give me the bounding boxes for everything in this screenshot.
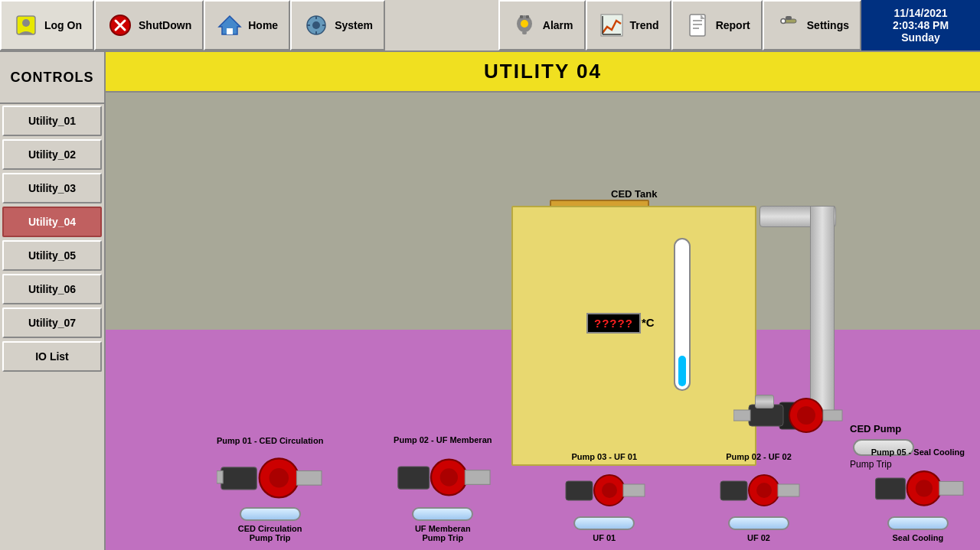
page-title: UTILITY 04 bbox=[106, 52, 980, 93]
day-value: Sunday bbox=[901, 31, 940, 44]
alarm-button[interactable]: Alarm bbox=[498, 0, 586, 50]
svg-point-42 bbox=[602, 483, 617, 498]
trend-button[interactable]: Trend bbox=[586, 0, 671, 50]
shutdown-button[interactable]: ShutDown bbox=[94, 0, 204, 50]
pump-station-01: Pump 01 - CED Circulation CED Circulatio… bbox=[217, 436, 323, 542]
home-button[interactable]: Home bbox=[204, 0, 290, 50]
system-icon bbox=[302, 11, 330, 39]
alarm-icon bbox=[511, 11, 538, 39]
sidebar-item-utility07[interactable]: Utility_07 bbox=[2, 308, 102, 338]
logon-icon bbox=[12, 11, 40, 39]
pump03-title: Pump 03 - UF 01 bbox=[571, 452, 637, 461]
pump03-sublabel: UF 01 bbox=[593, 533, 616, 542]
pump01-trip-indicator[interactable] bbox=[240, 507, 301, 521]
pump02-title: Pump 02 - UF Memberan bbox=[394, 435, 492, 444]
time-value: 2:03:48 PM bbox=[893, 19, 949, 31]
svg-rect-34 bbox=[297, 470, 322, 485]
temperature-display: ????? bbox=[586, 313, 641, 334]
svg-rect-4 bbox=[227, 28, 233, 34]
pump-station-02: Pump 02 - UF Memberan UF Memberan Pump T… bbox=[394, 435, 492, 542]
date-value: 11/14/2021 bbox=[893, 7, 947, 19]
pump05-svg bbox=[871, 463, 965, 512]
svg-rect-43 bbox=[623, 484, 645, 496]
svg-point-38 bbox=[440, 469, 458, 487]
svg-rect-44 bbox=[720, 481, 747, 500]
pump04-svg bbox=[717, 467, 801, 512]
svg-rect-51 bbox=[939, 481, 963, 495]
ced-pump-label: CED Pump bbox=[850, 423, 901, 434]
settings-label: Settings bbox=[807, 19, 849, 31]
alarm-label: Alarm bbox=[543, 19, 573, 31]
bottom-pumps-row: Pump 01 - CED Circulation CED Circulatio… bbox=[217, 435, 965, 542]
system-button[interactable]: System bbox=[290, 0, 385, 50]
trend-icon bbox=[598, 11, 626, 39]
pump02-sublabel: UF Memberan Pump Trip bbox=[415, 524, 471, 542]
svg-point-1 bbox=[22, 19, 30, 27]
svg-point-15 bbox=[521, 20, 528, 28]
logon-label: Log On bbox=[44, 19, 82, 31]
home-icon bbox=[216, 11, 243, 39]
pump01-svg bbox=[217, 451, 323, 503]
svg-rect-40 bbox=[566, 481, 593, 500]
shutdown-label: ShutDown bbox=[139, 19, 191, 31]
toolbar: Log On ShutDown Home bbox=[0, 0, 980, 52]
toolbar-right: Alarm Trend bbox=[498, 0, 980, 50]
temp-unit: *C bbox=[642, 316, 655, 329]
sidebar-item-iolist[interactable]: IO List bbox=[2, 341, 102, 372]
home-label: Home bbox=[248, 19, 278, 31]
pump04-trip-indicator[interactable] bbox=[728, 516, 789, 530]
sidebar-item-utility01[interactable]: Utility_01 bbox=[2, 106, 102, 136]
svg-point-50 bbox=[916, 480, 933, 496]
svg-rect-47 bbox=[778, 484, 799, 496]
pump-station-05: Pump 05 - Seal Cooling Seal Cooling bbox=[871, 447, 965, 542]
system-label: System bbox=[335, 19, 373, 31]
pump05-sublabel: Seal Cooling bbox=[893, 533, 944, 542]
report-button[interactable]: Report bbox=[671, 0, 763, 50]
pump03-trip-indicator[interactable] bbox=[573, 516, 635, 530]
svg-point-6 bbox=[312, 21, 320, 29]
sidebar-item-utility03[interactable]: Utility_03 bbox=[2, 173, 102, 203]
pump04-title: Pump 02 - UF 02 bbox=[726, 452, 792, 461]
pump01-sublabel: CED Circulation Pump Trip bbox=[238, 524, 302, 542]
pump-station-04: Pump 02 - UF 02 UF 02 bbox=[717, 452, 801, 542]
sidebar-item-utility05[interactable]: Utility_05 bbox=[2, 240, 102, 271]
svg-rect-16 bbox=[601, 15, 622, 36]
report-icon bbox=[684, 11, 711, 39]
shutdown-icon bbox=[106, 11, 134, 39]
pump05-title: Pump 05 - Seal Cooling bbox=[871, 447, 965, 457]
scene-area: CED Tank ????? *C bbox=[106, 93, 980, 550]
sidebar-item-utility02[interactable]: Utility_02 bbox=[2, 139, 102, 170]
ced-pump-svg bbox=[733, 379, 848, 441]
thermometer-tube bbox=[674, 238, 691, 391]
pump-inlet-pipe bbox=[755, 395, 774, 408]
trend-label: Trend bbox=[630, 19, 659, 31]
svg-point-33 bbox=[270, 468, 289, 488]
ced-tank-label: CED Tank bbox=[611, 188, 657, 200]
svg-rect-23 bbox=[786, 16, 792, 20]
tank-body bbox=[511, 206, 756, 466]
pump01-title: Pump 01 - CED Circulation bbox=[217, 436, 323, 445]
svg-point-46 bbox=[756, 483, 772, 498]
pump-station-03: Pump 03 - UF 01 UF 01 bbox=[562, 452, 646, 542]
sidebar-header: CONTROLS bbox=[0, 52, 104, 104]
pump05-trip-indicator[interactable] bbox=[887, 516, 949, 530]
pump03-svg bbox=[562, 467, 646, 512]
thermometer-fill bbox=[678, 356, 686, 386]
sidebar-item-utility06[interactable]: Utility_06 bbox=[2, 274, 102, 304]
pump02-svg bbox=[394, 451, 492, 503]
temp-value: ????? bbox=[594, 317, 633, 330]
svg-rect-30 bbox=[823, 410, 842, 421]
pump02-trip-indicator[interactable] bbox=[412, 507, 473, 521]
ced-pump-main bbox=[733, 379, 848, 444]
settings-button[interactable]: Settings bbox=[763, 0, 861, 50]
logon-button[interactable]: Log On bbox=[0, 0, 94, 50]
pump04-sublabel: UF 02 bbox=[747, 533, 770, 542]
svg-rect-39 bbox=[465, 470, 490, 485]
datetime-display: 11/14/2021 2:03:48 PM Sunday bbox=[861, 0, 980, 50]
report-label: Report bbox=[716, 19, 750, 31]
settings-icon bbox=[775, 11, 802, 39]
svg-rect-31 bbox=[221, 467, 256, 490]
svg-point-24 bbox=[781, 19, 786, 24]
svg-rect-13 bbox=[520, 15, 523, 18]
sidebar-item-utility04[interactable]: Utility_04 bbox=[2, 207, 102, 237]
